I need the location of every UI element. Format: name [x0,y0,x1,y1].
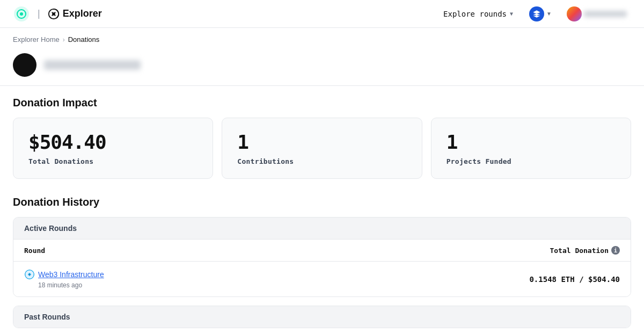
profile-avatar [13,53,36,77]
contributions-label: Contributions [237,157,406,165]
round-time: 18 minutes ago [24,281,104,289]
explore-rounds-chevron-icon: ▼ [510,11,513,17]
navbar: | Explorer Explore rounds ▼ ▼ [0,0,644,28]
breadcrumb: Explorer Home › Donations [0,28,644,48]
main-content: Donation Impact $504.40 Total Donations … [0,86,644,328]
network-chevron-icon: ▼ [546,11,552,17]
col-donation-text: Total Donation [550,247,609,255]
total-donations-value: $504.40 [28,131,197,153]
donation-impact-title: Donation Impact [13,86,631,118]
breadcrumb-current: Donations [68,35,100,44]
col-round-label: Round [24,247,45,255]
explore-rounds-button[interactable]: Explore rounds ▼ [438,6,518,21]
explorer-label: Explorer [63,8,102,19]
network-selector-button[interactable]: ▼ [525,4,556,24]
round-icon [24,269,35,280]
contributions-card: 1 Contributions [222,118,422,179]
table-header: Round Total Donation i [13,240,631,262]
projects-funded-label: Projects Funded [447,157,616,165]
network-icon [529,6,544,21]
total-donation-info-icon[interactable]: i [611,246,620,255]
col-donation-label: Total Donation i [550,246,620,255]
breadcrumb-home-link[interactable]: Explorer Home [13,35,60,44]
past-rounds-section: Past Rounds [13,306,631,328]
explorer-icon [48,8,60,20]
explore-rounds-label: Explore rounds [443,10,507,18]
contributions-value: 1 [237,131,406,153]
navbar-actions: Explore rounds ▼ ▼ [438,4,631,24]
past-rounds-header: Past Rounds [13,306,631,328]
profile-name [44,60,141,70]
network-symbol-icon [532,10,541,18]
profile-header [0,48,644,86]
donation-history-title: Donation History [13,196,631,217]
round-name-link[interactable]: Web3 Infrastructure [38,270,104,279]
round-info: Web3 Infrastructure 18 minutes ago [24,269,104,289]
active-rounds-section: Active Rounds Round Total Donation i [13,217,631,297]
stats-row: $504.40 Total Donations 1 Contributions … [13,118,631,179]
table-row: Web3 Infrastructure 18 minutes ago 0.154… [13,262,631,296]
web3-round-icon [24,269,35,280]
nav-separator: | [38,8,40,19]
navbar-brand: | Explorer [13,5,102,23]
round-link-row: Web3 Infrastructure [24,269,104,280]
total-donations-card: $504.40 Total Donations [13,118,213,179]
user-avatar-icon [567,6,582,21]
breadcrumb-separator-icon: › [63,36,65,44]
gitcoin-logo-icon [13,5,30,23]
active-rounds-header: Active Rounds [13,218,631,240]
explorer-brand: Explorer [48,8,102,20]
svg-point-6 [28,273,30,275]
projects-funded-value: 1 [447,131,616,153]
projects-funded-card: 1 Projects Funded [431,118,631,179]
total-donations-label: Total Donations [28,157,197,165]
user-menu-button[interactable] [562,4,631,24]
svg-point-4 [52,12,55,16]
round-donation-amount: 0.1548 ETH / $504.40 [529,275,620,284]
svg-point-2 [20,12,23,16]
user-name [584,11,627,17]
